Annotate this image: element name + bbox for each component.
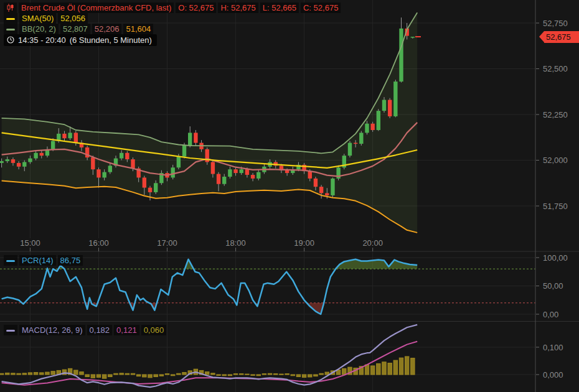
pcr-label: PCR(14) (19, 255, 56, 266)
ohlc-low: L: 52,665 (260, 2, 299, 13)
session-legend: 14:35 - 20:40 (6 Stunden, 5 Minuten) (4, 34, 157, 46)
macd-label: MACD(12, 26, 9) (19, 325, 85, 335)
badge-arrow (539, 31, 544, 42)
instrument-legend[interactable]: Brent Crude Öl (Commerzbank CFD, last) O… (4, 2, 341, 13)
ohlc-open: O: 52,675 (176, 2, 216, 13)
app-root: 52,75052,50052,25052,00051,750100,0050,0… (0, 0, 579, 392)
svg-text:15:00: 15:00 (20, 238, 40, 248)
bb-legend[interactable]: BB(20, 2) 52,807 52,206 51,604 (4, 24, 153, 34)
svg-text:0,000: 0,000 (543, 370, 563, 380)
svg-text:16:00: 16:00 (88, 238, 109, 248)
pcr-value: 86,75 (58, 255, 83, 266)
bb-dash-icon (4, 24, 17, 34)
svg-text:52,750: 52,750 (543, 19, 568, 28)
svg-text:0,100: 0,100 (543, 343, 563, 352)
sma-label: SMA(50) (19, 13, 56, 24)
current-price-badge: 52,675 (544, 31, 579, 43)
clock-icon (7, 35, 14, 45)
session-range: 14:35 - 20:40 (18, 35, 66, 45)
macd-hist-value: 0,060 (141, 325, 167, 335)
svg-text:52,500: 52,500 (543, 64, 568, 73)
pcr-legend[interactable]: PCR(14) 86,75 (4, 255, 83, 266)
bb-label: BB(20, 2) (19, 24, 59, 34)
bb-middle-value: 52,206 (92, 24, 122, 34)
svg-text:51,750: 51,750 (543, 202, 568, 211)
bb-lower-value: 51,604 (123, 24, 153, 34)
session-duration: (6 Stunden, 5 Minuten) (70, 35, 152, 45)
macd-dash-icon (4, 325, 17, 335)
svg-text:52,250: 52,250 (543, 110, 568, 119)
macd-signal-value: 0,121 (114, 325, 139, 335)
svg-text:17:00: 17:00 (157, 238, 177, 248)
svg-text:20:00: 20:00 (362, 238, 383, 248)
pcr-dash-icon (4, 255, 17, 266)
macd-value: 0,182 (87, 325, 113, 335)
sma-legend[interactable]: SMA(50) 52,056 (4, 13, 88, 24)
svg-text:50,00: 50,00 (543, 281, 563, 291)
macd-legend[interactable]: MACD(12, 26, 9) 0,182 0,121 0,060 (4, 325, 166, 335)
ohlc-high: H: 52,675 (218, 2, 258, 13)
sma-dash-icon (4, 13, 17, 24)
ohlc-close: C: 52,675 (301, 2, 341, 13)
instrument-title: Brent Crude Öl (Commerzbank CFD, last) (19, 2, 174, 13)
bb-upper-value: 52,807 (60, 24, 90, 34)
svg-text:19:00: 19:00 (294, 238, 314, 248)
sma-value: 52,056 (58, 13, 88, 24)
svg-text:0,00: 0,00 (543, 310, 558, 319)
candlestick-icon (4, 2, 17, 13)
svg-text:100,00: 100,00 (543, 253, 568, 263)
current-price-value: 52,675 (546, 32, 571, 42)
svg-text:18:00: 18:00 (225, 238, 246, 248)
svg-text:52,000: 52,000 (543, 156, 568, 165)
